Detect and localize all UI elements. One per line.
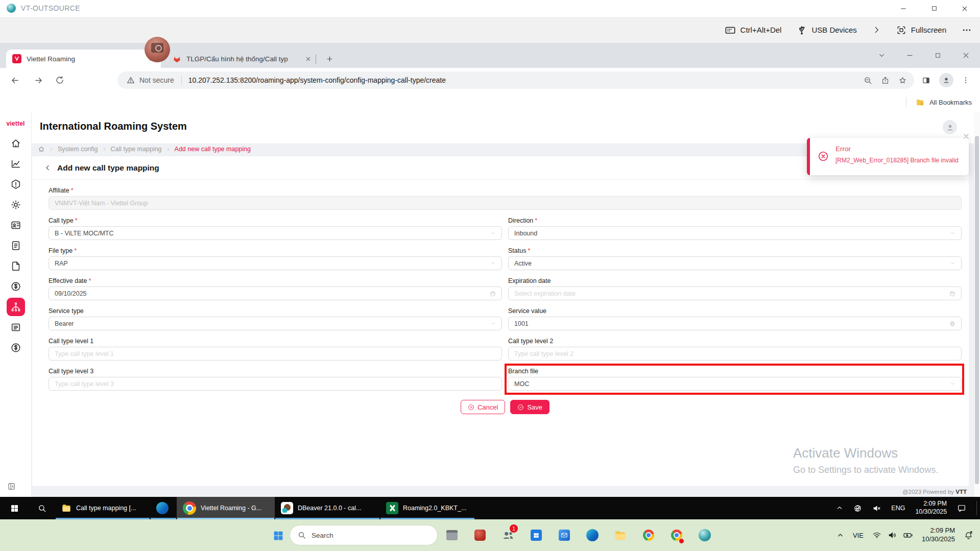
taskbar-app-excel[interactable]: Roaming2.0_KBKT_... (380, 497, 475, 519)
fullscreen-button[interactable]: Fullscreen (896, 25, 946, 35)
network-globe-icon[interactable] (853, 504, 862, 513)
back-button[interactable] (6, 71, 23, 89)
tab-viettel-roaming[interactable]: Viettel Roaming (6, 50, 161, 68)
toolbar-expand-icon[interactable] (872, 26, 881, 34)
toolbar-more-icon[interactable] (962, 25, 972, 35)
sidebar-collapse-icon[interactable] (7, 482, 16, 491)
toast-close-icon[interactable] (963, 133, 970, 140)
address-bar[interactable]: Not secure 10.207.252.135:8200/roaming-a… (117, 71, 914, 89)
sidebar-item-reports[interactable] (10, 321, 22, 333)
service-value-input[interactable]: 1001 (508, 317, 962, 330)
speaker-icon[interactable] (888, 531, 897, 540)
focus-assist-bell-icon[interactable] (964, 531, 973, 540)
hidden-icons-chevron-icon[interactable] (836, 505, 843, 512)
browser-menu-button[interactable] (957, 71, 974, 89)
wifi-icon[interactable] (872, 531, 881, 540)
battery-charging-icon[interactable] (903, 530, 913, 540)
share-icon[interactable] (876, 73, 894, 88)
breadcrumb-system-config[interactable]: System config (58, 146, 98, 153)
browser-profile-button[interactable] (939, 73, 953, 87)
taskbar-chrome-2-icon[interactable] (662, 519, 690, 551)
clear-icon[interactable] (949, 321, 955, 327)
sidebar-item-call-type-mapping[interactable] (7, 298, 25, 316)
ctrl-alt-del-button[interactable]: Ctrl+Alt+Del (725, 25, 782, 36)
home-icon[interactable] (38, 146, 45, 153)
remote-clock[interactable]: 2:09 PM 10/30/2025 (915, 500, 947, 516)
profile-picture[interactable] (145, 37, 170, 62)
sidebar-item-documents[interactable] (10, 239, 22, 252)
browser-maximize-button[interactable] (924, 43, 952, 68)
expiration-date-input[interactable]: Select expiration date (508, 286, 962, 300)
taskbar-app-call-type-mapping[interactable]: Call type mapping [... (55, 497, 150, 519)
sidebar-item-settings[interactable] (10, 199, 22, 211)
call-type-select[interactable]: B - ViLTE MOC/MTC (49, 226, 502, 240)
page-scrollbar[interactable] (973, 112, 980, 497)
breadcrumb-chevron-icon (166, 147, 171, 152)
local-language-switcher[interactable]: VIE (853, 532, 864, 539)
call-type-level-3-input[interactable]: Type call type level 3 (49, 377, 502, 391)
sidebar-item-sim[interactable] (10, 219, 22, 231)
remote-start-button[interactable] (0, 497, 29, 519)
taskbar-app-dbeaver[interactable]: DBeaver 21.0.0 - cal... (275, 497, 380, 519)
file-type-select[interactable]: RAP (49, 256, 502, 270)
save-button[interactable]: Save (510, 400, 549, 414)
window-maximize-button[interactable] (919, 0, 949, 17)
taskbar-red-app-icon[interactable] (466, 519, 494, 551)
field-call-type-level-2: Call type level 2 Type call type level 2 (508, 338, 962, 361)
taskbar-edge-icon[interactable] (578, 519, 606, 551)
effective-date-input[interactable]: 09/10/2025 (49, 286, 502, 300)
sidebar-item-revenue[interactable] (10, 280, 22, 293)
side-panel-button[interactable] (917, 71, 935, 89)
remote-language-switcher[interactable]: ENG (891, 505, 905, 512)
status-select[interactable]: Active (508, 256, 962, 270)
window-minimize-button[interactable] (888, 0, 919, 17)
taskbar-chrome-icon[interactable] (634, 519, 662, 551)
breadcrumb-call-type-mapping[interactable]: Call type mapping (111, 146, 162, 153)
zoom-icon[interactable] (859, 73, 876, 88)
sidebar-item-dashboard[interactable] (10, 158, 22, 170)
forward-button[interactable] (30, 71, 47, 89)
taskbar-store-icon[interactable] (522, 519, 550, 551)
tab-search-chevron-icon[interactable] (868, 43, 896, 68)
new-tab-button[interactable] (322, 52, 337, 66)
tab-tlgp-gitlab[interactable]: TLGP/Cấu hình hệ thống/Call typ (171, 50, 317, 68)
branch-file-select[interactable]: MOC (508, 377, 962, 391)
local-clock[interactable]: 2:09 PM 10/30/2025 (922, 526, 955, 544)
remote-search-button[interactable] (29, 497, 55, 519)
taskbar-app-viettel-roaming-chrome[interactable]: Viettel Roaming - G... (177, 497, 275, 519)
taskbar-file-explorer-icon[interactable] (606, 519, 634, 551)
taskbar-people-icon[interactable]: 1 (494, 519, 522, 551)
action-center-icon[interactable] (957, 504, 966, 513)
browser-close-button[interactable] (952, 43, 980, 68)
back-chevron-icon[interactable] (44, 164, 52, 172)
taskbar-vt-outsource-icon[interactable] (690, 519, 719, 551)
show-desktop-divider[interactable] (976, 501, 977, 515)
browser-minimize-button[interactable] (896, 43, 924, 68)
user-avatar[interactable] (943, 120, 957, 134)
taskbar-search-box[interactable]: Search (290, 525, 438, 545)
usb-devices-button[interactable]: USB Devices (797, 25, 856, 35)
taskbar-task-view-icon[interactable] (438, 519, 466, 551)
speaker-mute-icon[interactable] (872, 504, 881, 513)
window-close-button[interactable] (949, 0, 980, 17)
all-bookmarks-label[interactable]: All Bookmarks (929, 99, 972, 106)
service-type-select[interactable]: Bearer (49, 317, 502, 330)
direction-select[interactable]: Inbound (508, 226, 962, 240)
call-type-level-2-input[interactable]: Type call type level 2 (508, 347, 962, 361)
call-type-level-1-input[interactable]: Type call type level 1 (49, 347, 502, 361)
field-direction: Direction* Inbound (508, 218, 962, 240)
taskbar-mail-icon[interactable] (550, 519, 578, 551)
hidden-icons-chevron-icon[interactable] (836, 532, 844, 539)
taskbar-app-edge[interactable] (150, 497, 177, 519)
local-start-button[interactable] (266, 519, 290, 551)
cancel-button[interactable]: Cancel (461, 400, 505, 414)
sidebar-item-billing[interactable] (10, 342, 22, 354)
tab-close-icon[interactable] (302, 53, 314, 64)
sidebar-item-alerts[interactable] (10, 178, 22, 190)
sidebar-item-files[interactable] (10, 260, 22, 272)
page-footer: @2023 Powered by VTT (902, 489, 967, 495)
scrollbar-thumb[interactable] (975, 136, 979, 484)
reload-button[interactable] (51, 71, 68, 89)
bookmark-star-icon[interactable] (894, 73, 911, 88)
sidebar-item-home[interactable] (10, 137, 22, 150)
